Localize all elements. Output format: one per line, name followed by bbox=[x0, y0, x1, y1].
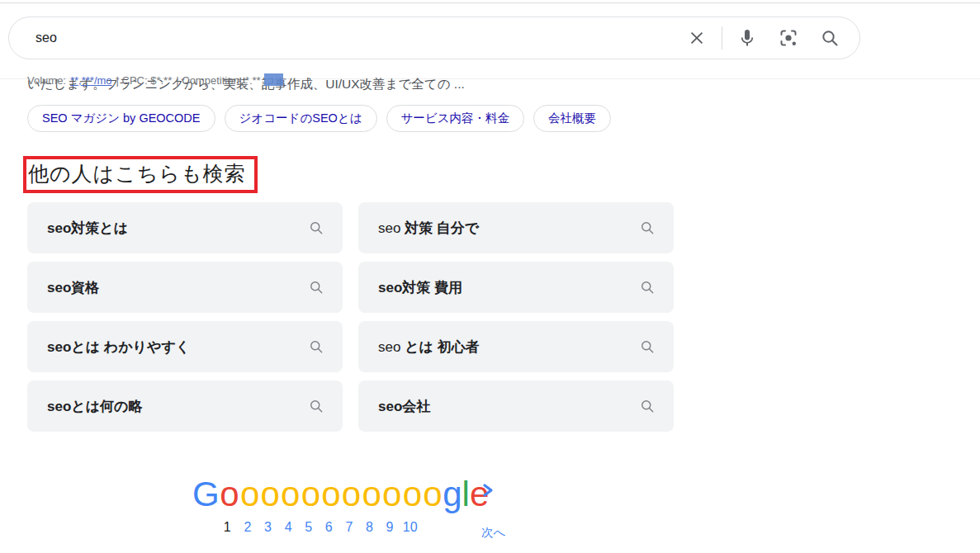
people-also-search-heading: 他の人はこちらも検索 bbox=[28, 162, 246, 186]
volume-label: Volume: bbox=[27, 74, 66, 87]
tile-label: seo とは 初心者 bbox=[378, 338, 639, 357]
icon-divider bbox=[722, 26, 722, 50]
tile-magnifier bbox=[308, 398, 324, 414]
related-link-chips: SEO マガジン by GEOCODEジオコードのSEOとはサービス内容・料金会… bbox=[27, 105, 611, 132]
annotation-red-box: 他の人はこちらも検索 bbox=[23, 156, 258, 193]
logo-letter: G bbox=[192, 477, 220, 512]
related-search-tile-1[interactable]: seo 対策 自分で bbox=[358, 202, 674, 253]
next-page-link[interactable]: 次へ bbox=[481, 525, 505, 541]
search-icon bbox=[820, 28, 840, 48]
logo-letter: o bbox=[260, 477, 281, 512]
magnifier-icon bbox=[639, 398, 656, 414]
chip-0[interactable]: SEO マガジン by GEOCODE bbox=[27, 105, 215, 132]
tile-label: seo資格 bbox=[47, 278, 308, 297]
page-number-5[interactable]: 5 bbox=[298, 520, 319, 535]
tile-magnifier bbox=[639, 338, 656, 355]
pagination: Gooooooooooogle 12345678910 次へ bbox=[192, 475, 539, 512]
tile-label: seo 対策 自分で bbox=[378, 219, 639, 238]
logo-letter: o bbox=[423, 477, 443, 512]
tile-label: seo対策とは bbox=[47, 219, 308, 238]
magnifier-icon bbox=[308, 279, 324, 295]
magnifier-icon bbox=[639, 220, 656, 236]
search-bar-icons bbox=[685, 26, 841, 50]
competition-stat: | Competition: *.** bbox=[176, 74, 260, 87]
logo-letter: l bbox=[462, 477, 470, 512]
page-number-2[interactable]: 2 bbox=[238, 520, 258, 535]
magnifier-icon bbox=[308, 338, 324, 355]
logo-letter: o bbox=[301, 477, 321, 512]
chip-3[interactable]: 会社概要 bbox=[533, 105, 611, 132]
logo-letter: o bbox=[321, 477, 342, 512]
page-number-8[interactable]: 8 bbox=[359, 520, 380, 535]
mic-button[interactable] bbox=[736, 26, 759, 50]
magnifier-icon bbox=[639, 338, 656, 355]
tile-label: seoとは何の略 bbox=[47, 397, 308, 416]
search-input[interactable] bbox=[34, 30, 685, 46]
page-number-9[interactable]: 9 bbox=[380, 520, 400, 535]
logo-letter: o bbox=[381, 477, 402, 512]
next-page-arrow[interactable] bbox=[481, 483, 495, 501]
chip-1[interactable]: ジオコードのSEOとは bbox=[225, 105, 377, 132]
tile-magnifier bbox=[308, 279, 324, 295]
search-bar bbox=[8, 17, 860, 59]
cpc-stat: | CPC: $*.** bbox=[116, 74, 173, 87]
page-number-7[interactable]: 7 bbox=[339, 520, 360, 535]
logo-letter: o bbox=[239, 477, 260, 512]
tile-magnifier bbox=[639, 398, 656, 414]
related-search-tile-2[interactable]: seo資格 bbox=[27, 262, 343, 313]
tile-magnifier bbox=[639, 220, 656, 236]
related-search-tile-0[interactable]: seo対策とは bbox=[27, 202, 343, 253]
logo-letter: g bbox=[443, 477, 462, 512]
chip-2[interactable]: サービス内容・料金 bbox=[386, 105, 525, 132]
tile-magnifier bbox=[308, 338, 324, 355]
google-search-results-page: いたします。プランニングから、実装、記事作成、UI/UX改善まで全ての ... … bbox=[0, 0, 980, 553]
magnifier-icon bbox=[308, 220, 324, 236]
related-search-tile-7[interactable]: seo会社 bbox=[358, 380, 674, 432]
tile-magnifier bbox=[308, 220, 324, 236]
close-icon bbox=[688, 29, 706, 47]
page-number-4[interactable]: 4 bbox=[278, 520, 299, 535]
related-search-tile-6[interactable]: seoとは何の略 bbox=[27, 380, 343, 432]
logo-letter: o bbox=[341, 477, 362, 512]
magnifier-icon bbox=[308, 398, 324, 414]
tile-label: seo対策 費用 bbox=[378, 278, 639, 297]
logo-letter: o bbox=[220, 477, 240, 512]
page-number-6[interactable]: 6 bbox=[319, 520, 339, 535]
related-searches-grid: seo対策とはseo 対策 自分でseo資格seo対策 費用seoとは わかりや… bbox=[27, 202, 674, 432]
related-search-tile-4[interactable]: seoとは わかりやすく bbox=[27, 321, 343, 372]
tile-label: seoとは わかりやすく bbox=[47, 338, 308, 357]
page-number-1: 1 bbox=[217, 520, 238, 535]
clear-button[interactable] bbox=[685, 26, 708, 50]
selection-highlight bbox=[264, 73, 283, 86]
keywords-everywhere-stats: Volume:**,***/mo| CPC: $*.**| Competitio… bbox=[27, 74, 265, 87]
page-number-10[interactable]: 10 bbox=[400, 520, 420, 535]
logo-letter: o bbox=[362, 477, 382, 512]
lens-button[interactable] bbox=[777, 26, 800, 50]
related-search-tile-3[interactable]: seo対策 費用 bbox=[358, 262, 674, 313]
tile-magnifier bbox=[639, 279, 656, 295]
tile-label: seo会社 bbox=[378, 397, 639, 416]
top-border-line bbox=[0, 2, 980, 3]
page-numbers: 12345678910 bbox=[217, 520, 420, 535]
page-number-3[interactable]: 3 bbox=[258, 520, 278, 535]
volume-value-link[interactable]: **,***/mo bbox=[70, 74, 112, 87]
logo-letter: o bbox=[402, 477, 423, 512]
search-button[interactable] bbox=[818, 26, 841, 50]
magnifier-icon bbox=[639, 279, 656, 295]
chevron-right-icon bbox=[481, 483, 495, 498]
google-lens-icon bbox=[779, 28, 798, 48]
related-search-tile-5[interactable]: seo とは 初心者 bbox=[358, 321, 674, 372]
microphone-icon bbox=[737, 28, 757, 48]
logo-letter: o bbox=[280, 477, 301, 512]
